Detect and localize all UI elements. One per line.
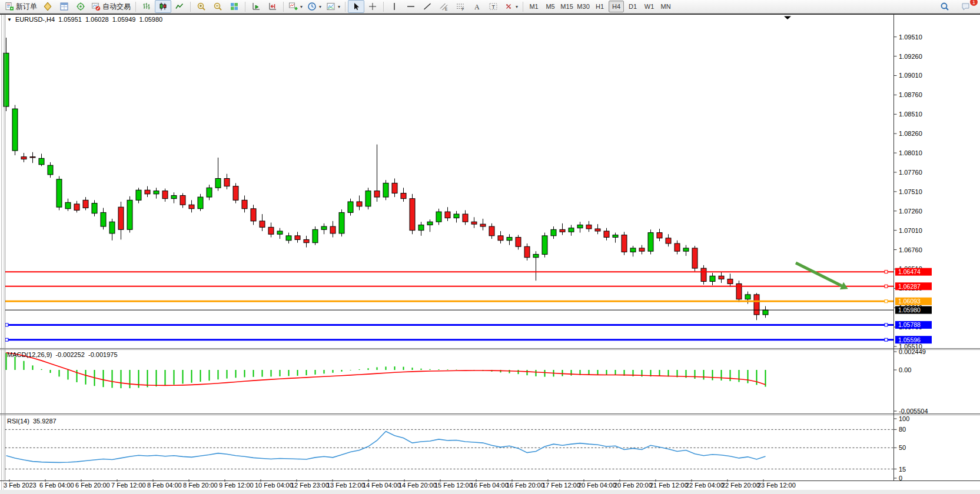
candle [604,231,609,238]
tile-windows-button[interactable] [226,0,242,13]
candle [295,236,300,240]
line-chart-icon [175,2,184,11]
vertical-line-button[interactable] [386,0,403,13]
search-button[interactable] [936,0,953,13]
price-tick-label: 1.06760 [899,246,922,253]
candle [401,193,406,198]
line-handle[interactable] [5,338,8,341]
candle [92,203,97,213]
auto-scroll-button[interactable] [248,0,264,13]
line-handle[interactable] [885,300,888,303]
search-icon [940,2,949,11]
arrows-button[interactable]: ▾ [501,0,520,13]
data-window-button[interactable] [56,0,72,13]
text-label-button[interactable]: T [485,0,501,13]
candle [48,165,53,175]
candle [21,157,26,159]
candle [763,310,768,315]
candle [321,226,327,229]
price-level-label: 1.05788 [895,321,932,329]
timeframe-h4-button[interactable]: H4 [609,1,624,12]
candle [657,233,662,238]
candle [30,157,35,158]
timeframe-h1-button[interactable]: H1 [592,1,607,12]
candle [524,246,530,257]
macd-main-value: -0.002252 [55,351,85,358]
cursor-button[interactable] [348,0,364,13]
trendline-button[interactable] [419,0,436,13]
macd-tick-label: 0.00 [899,366,911,373]
toolbar-separator [345,2,346,12]
price-tick-label: 1.08010 [899,149,922,156]
new-order-button[interactable]: 新订单 [2,0,39,13]
trendline-icon [423,2,432,11]
fibonacci-button[interactable]: F [452,0,469,13]
timeframe-m15-button[interactable]: M15 [559,1,574,12]
candle [242,200,247,208]
chat-icon [961,2,971,11]
chart-context-arrow-icon[interactable]: ▼ [7,17,12,22]
zoom-in-icon [197,2,206,11]
price-tick-label: 1.07260 [899,208,922,215]
tile-windows-icon [230,2,239,11]
candle [198,197,203,209]
notifications-button[interactable]: 1 [958,0,974,13]
candle [648,233,653,252]
line-handle[interactable] [885,338,888,341]
candle [542,236,547,255]
macd-tick-label: -0.005504 [899,408,928,415]
timeframe-m1-button[interactable]: M1 [526,1,542,12]
price-level-label: 1.06474 [895,268,932,276]
candle [745,295,750,299]
timeframe-d1-button[interactable]: D1 [625,1,640,12]
line-chart-button[interactable] [171,0,188,13]
crosshair-button[interactable] [364,0,381,13]
text-button[interactable]: A [469,0,485,13]
zoom-in-button[interactable] [193,0,210,13]
line-handle[interactable] [885,285,888,288]
dropdown-caret-icon[interactable]: ▾ [338,4,340,9]
timeframe-m30-button[interactable]: M30 [576,1,591,12]
notification-badge: 1 [970,0,978,6]
candle [622,235,627,252]
candle [251,209,256,221]
price-tick-label: 1.07010 [899,227,922,234]
zoom-out-button[interactable] [210,0,226,13]
horizontal-line-button[interactable] [403,0,419,13]
time-tick-label: 6 Feb 04:00 [39,482,74,489]
svg-text:A: A [474,3,480,11]
equidistant-channel-button[interactable]: E [436,0,452,13]
auto-trading-button[interactable]: 自动交易 [89,0,133,13]
toolbar-separator [283,2,284,12]
periods-button[interactable]: ▾ [305,0,324,13]
time-tick-label: 23 Feb 12:00 [758,482,796,489]
dropdown-caret-icon[interactable]: ▾ [516,4,518,9]
candle [207,188,212,197]
candle [154,191,159,194]
time-tick-label: 8 Feb 20:00 [183,482,218,489]
candle [480,224,486,226]
line-handle[interactable] [885,323,888,326]
candle [12,109,18,151]
dropdown-caret-icon[interactable]: ▾ [300,4,303,9]
timeframe-w1-button[interactable]: W1 [642,1,657,12]
time-tick-label: 22 Feb 20:00 [722,482,760,489]
chart-shift-button[interactable] [264,0,281,13]
bar-chart-button[interactable] [138,0,155,13]
line-handle[interactable] [5,323,8,326]
templates-button[interactable]: ▾ [324,0,343,13]
line-handle[interactable] [885,271,888,273]
candlestick-chart-button[interactable] [155,0,171,13]
timeframe-m5-button[interactable]: M5 [543,1,558,12]
navigator-button[interactable] [72,0,89,13]
indicators-button[interactable]: ▾ [286,0,305,13]
timeframe-mn-button[interactable]: MN [658,1,673,12]
macd-name: MACD(12,26,9) [7,351,52,358]
candle [366,191,371,206]
candle [560,229,565,232]
dropdown-caret-icon[interactable]: ▾ [319,4,321,9]
candle [383,183,388,197]
rsi-tick-label: 0 [899,475,902,482]
market-watch-button[interactable] [39,0,56,13]
toolbar-separator [245,2,245,12]
